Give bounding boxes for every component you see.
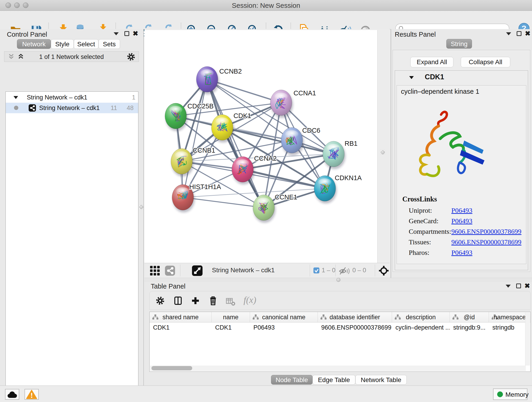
expand-all-button[interactable]: Expand All (410, 57, 453, 67)
network-node-RB1[interactable] (323, 141, 346, 169)
node-label-CCNE1: CCNE1 (275, 193, 297, 201)
gear-icon[interactable] (156, 296, 165, 305)
network-view-toolbar: String Network – cdk1 1 – 0 0 – 0 (144, 263, 389, 278)
warnings-button[interactable] (25, 389, 39, 400)
panel-menu-icon[interactable] (506, 285, 511, 288)
panel-float-icon[interactable] (517, 31, 521, 36)
tab-style[interactable]: Style (51, 39, 74, 49)
network-view-title: String Network – cdk1 (212, 267, 275, 274)
panel-menu-icon[interactable] (506, 32, 511, 35)
edge-CCNE1-HIST1H1A[interactable] (183, 197, 264, 208)
node-label-CCNB2: CCNB2 (219, 68, 242, 75)
tab-edge-table[interactable]: Edge Table (312, 375, 355, 385)
column-header-canonical-name[interactable]: canonical name (250, 312, 318, 322)
node-label-CDC6: CDC6 (302, 127, 320, 134)
crosslink-link[interactable]: P06493 (451, 249, 472, 256)
tab-node-table[interactable]: Node Table (271, 375, 312, 385)
splitter-knob[interactable] (336, 278, 341, 282)
table-cell[interactable]: CDK1 (150, 322, 212, 332)
network-canvas[interactable]: CCNB2CCNA1CDC25BCDK1CDC6RB1CCNB1CCNA2CDK… (144, 30, 377, 263)
network-node-CDC6[interactable] (281, 128, 304, 155)
main-toolbar: ? (0, 11, 532, 29)
results-panel: Results Panel ✖ String Expand All Collap… (391, 29, 532, 278)
selected-checkbox[interactable] (313, 268, 319, 274)
table-cell[interactable]: stringdb (489, 322, 531, 332)
tab-select[interactable]: Select (74, 39, 99, 49)
network-icon[interactable] (165, 266, 175, 276)
network-node-CCNA2[interactable] (232, 157, 254, 185)
tab-network-table[interactable]: Network Table (355, 375, 407, 385)
edge-CCNA2-CDKN1A[interactable] (243, 169, 325, 188)
column-header-description[interactable]: description (392, 312, 450, 322)
control-panel-title: Control Panel (7, 31, 47, 38)
separator (180, 264, 180, 276)
tab-string[interactable]: String (446, 39, 472, 49)
network-node-CCNE1[interactable] (253, 195, 276, 223)
tab-sets[interactable]: Sets (99, 39, 120, 49)
memory-label: Memory (505, 391, 529, 398)
birdseye-view-icon[interactable] (192, 265, 203, 276)
column-header--id[interactable]: @id (450, 312, 489, 322)
network-node-CDK1[interactable] (211, 115, 234, 143)
panel-menu-icon[interactable] (114, 32, 119, 35)
network-node-CCNA1[interactable] (270, 90, 293, 118)
node-label-CCNA2: CCNA2 (254, 155, 277, 162)
network-edge-count: 48 (119, 104, 133, 112)
table-cell[interactable]: 9606.ENSP00000378699 (318, 322, 392, 332)
panel-close-icon[interactable]: ✖ (133, 31, 138, 36)
network-collection-row[interactable]: String Network – cdk1 1 (6, 92, 138, 103)
column-header-name[interactable]: name (212, 312, 250, 322)
panel-close-icon[interactable]: ✖ (525, 283, 530, 289)
crosslink-label: Tissues: (409, 238, 431, 246)
tab-network[interactable]: Network (17, 39, 51, 49)
hidden-eye-slash-icon (339, 267, 350, 276)
splitter-handle[interactable] (139, 205, 143, 210)
network-node-CDC25B[interactable] (165, 103, 188, 131)
network-node-CDKN1A[interactable] (314, 176, 337, 204)
grid-view-icon[interactable] (150, 266, 160, 275)
node-details: cyclin–dependent kinase 1 CrossLinks Uni… (397, 85, 526, 264)
separator (310, 264, 310, 276)
tree-expander-icon[interactable] (13, 96, 18, 99)
horizontal-splitter[interactable] (144, 278, 532, 282)
crosslink-link[interactable]: 9606.ENSP00000378699 (451, 238, 521, 246)
table-cell[interactable]: cyclin–dependent ... (392, 322, 450, 332)
memory-status-dot (497, 391, 503, 397)
window-titlebar: Session: New Session (0, 0, 532, 11)
splitter-handle[interactable] (380, 150, 385, 154)
table-cell[interactable]: CDK1 (212, 322, 250, 332)
cloud-icon (6, 390, 19, 399)
horizontal-scrollbar[interactable] (150, 366, 526, 371)
vertical-scrollbar[interactable] (525, 313, 530, 366)
control-panel: Control Panel ✖ Network Style Select Set… (0, 29, 144, 385)
crosslinks-heading: CrossLinks (402, 195, 437, 203)
network-view: CCNB2CCNA1CDC25BCDK1CDC6RB1CCNB1CCNA2CDK… (144, 29, 389, 278)
crosslink-link[interactable]: 9606.ENSP00000378699 (451, 228, 521, 235)
panel-float-icon[interactable] (516, 283, 521, 288)
network-node-CCNB1[interactable] (171, 148, 194, 177)
gear-icon[interactable] (127, 52, 135, 61)
network-row[interactable]: String Network – cdk1 11 48 (6, 103, 138, 113)
column-header-shared-name[interactable]: shared name (150, 312, 212, 322)
table-panel-title: Table Panel (151, 283, 186, 290)
table-cell[interactable]: P06493 (250, 322, 318, 332)
show-columns-icon[interactable] (173, 296, 183, 305)
navigator-crosshair-icon[interactable] (379, 265, 389, 276)
panel-float-icon[interactable] (124, 31, 129, 36)
network-node-CCNB2[interactable] (196, 66, 219, 95)
crosslink-link[interactable]: P06493 (451, 206, 472, 214)
node-section-expander-icon[interactable] (409, 76, 414, 79)
string-results-container: Expand All Collapse All CDK1 cyclin–depe… (393, 50, 530, 272)
collapse-all-button[interactable]: Collapse All (461, 57, 510, 67)
column-header-database-identifier[interactable]: database identifier (318, 312, 392, 322)
crosslink-row: Uniprot:P06493 (397, 206, 525, 216)
crosslink-link[interactable]: P06493 (451, 217, 472, 225)
delete-column-icon[interactable] (208, 296, 218, 306)
cloud-button[interactable] (5, 389, 19, 400)
column-header-namespace[interactable]: namespace (489, 312, 531, 322)
add-column-icon[interactable] (191, 296, 200, 305)
panel-close-icon[interactable]: ✖ (525, 31, 530, 36)
memory-button[interactable]: Memory (493, 389, 527, 400)
scrollbar-thumb[interactable] (152, 366, 192, 370)
table-cell[interactable]: stringdb:9... (450, 322, 489, 332)
